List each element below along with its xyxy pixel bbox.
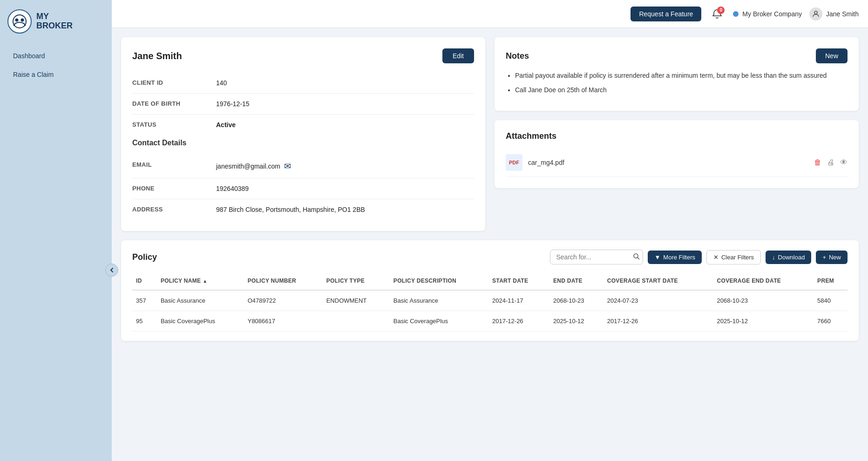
- table-row[interactable]: 357Basic AssuranceO4789722ENDOWMENTBasic…: [132, 290, 848, 311]
- th-policy-number: POLICY NUMBER: [244, 272, 323, 290]
- content-area: Jane Smith Edit CLIENT ID 140 DATE OF BI…: [112, 28, 868, 461]
- right-column: Notes New Partial payout available if po…: [495, 37, 859, 231]
- th-prem: PREM: [814, 272, 848, 290]
- table-cell-coverage_start_date: 2017-12-26: [604, 311, 713, 332]
- attachment-delete-button[interactable]: 🗑: [814, 158, 821, 167]
- download-icon: ↓: [772, 254, 775, 261]
- new-policy-button[interactable]: + New: [816, 251, 848, 264]
- info-row-dob: DATE OF BIRTH 1976-12-15: [132, 94, 474, 115]
- svg-point-2: [21, 19, 24, 22]
- note-item: Partial payout available if policy is su…: [515, 71, 848, 81]
- request-feature-button[interactable]: Request a Feature: [631, 7, 701, 21]
- email-value: janesmith@gmail.com ✉: [216, 161, 474, 171]
- top-section: Jane Smith Edit CLIENT ID 140 DATE OF BI…: [121, 37, 859, 231]
- more-filters-label: More Filters: [663, 254, 695, 261]
- policy-table-body: 357Basic AssuranceO4789722ENDOWMENTBasic…: [132, 290, 848, 332]
- clear-filters-label: Clear Filters: [721, 254, 754, 261]
- sidebar-collapse-button[interactable]: [105, 264, 118, 277]
- pdf-icon: PDF: [506, 154, 522, 171]
- notes-title: Notes: [506, 51, 529, 61]
- th-policy-description: POLICY DESCRIPTION: [390, 272, 488, 290]
- company-name: My Broker Company: [742, 10, 802, 18]
- info-row-client-id: CLIENT ID 140: [132, 73, 474, 94]
- info-row-phone: PHONE 192640389: [132, 178, 474, 199]
- th-coverage-start-date: COVERAGE START DATE: [604, 272, 713, 290]
- table-cell-policy_name: Basic CoveragePlus: [157, 311, 244, 332]
- table-cell-id: 95: [132, 311, 157, 332]
- th-start-date: START DATE: [488, 272, 549, 290]
- email-icon: ✉: [284, 161, 291, 171]
- th-policy-name[interactable]: POLICY NAME ▲: [157, 272, 244, 290]
- phone-value: 192640389: [216, 185, 474, 192]
- table-row[interactable]: 95Basic CoveragePlusY8086617Basic Covera…: [132, 311, 848, 332]
- table-cell-prem: 7660: [814, 311, 848, 332]
- table-cell-coverage_start_date: 2024-07-23: [604, 290, 713, 311]
- email-label: EMAIL: [132, 161, 216, 168]
- download-label: Download: [778, 254, 805, 261]
- table-cell-policy_number: O4789722: [244, 290, 323, 311]
- logo-text: MYBROKER: [36, 12, 73, 31]
- contact-section-title: Contact Details: [132, 139, 474, 147]
- notes-header: Notes New: [506, 48, 848, 63]
- attachment-print-button[interactable]: 🖨: [827, 158, 834, 167]
- client-header: Jane Smith Edit: [132, 48, 474, 63]
- search-button[interactable]: [633, 253, 640, 262]
- company-info: My Broker Company: [733, 10, 802, 18]
- address-value: 987 Birch Close, Portsmouth, Hampshire, …: [216, 206, 474, 213]
- sort-icon: ▲: [203, 278, 207, 284]
- user-name: Jane Smith: [826, 10, 859, 18]
- table-cell-policy_name: Basic Assurance: [157, 290, 244, 311]
- sidebar-item-raise-claim[interactable]: Raise a Claim: [6, 66, 106, 83]
- table-cell-policy_description: Basic CoveragePlus: [390, 311, 488, 332]
- clear-filters-button[interactable]: ✕ Clear Filters: [706, 250, 761, 264]
- phone-label: PHONE: [132, 185, 216, 192]
- company-dot-icon: [733, 11, 739, 17]
- table-cell-policy_type: ENDOWMENT: [323, 290, 390, 311]
- table-cell-coverage_end_date: 2068-10-23: [713, 290, 814, 311]
- th-policy-type: POLICY TYPE: [323, 272, 390, 290]
- info-row-email: EMAIL janesmith@gmail.com ✉: [132, 155, 474, 178]
- attachments-title: Attachments: [506, 131, 848, 141]
- info-row-status: STATUS Active: [132, 115, 474, 135]
- download-button[interactable]: ↓ Download: [766, 251, 811, 264]
- add-icon: +: [822, 254, 826, 261]
- status-value: Active: [216, 121, 474, 129]
- more-filters-button[interactable]: ▼ More Filters: [648, 251, 702, 264]
- notes-card: Notes New Partial payout available if po…: [495, 37, 859, 111]
- notification-button[interactable]: 0: [709, 6, 726, 22]
- client-id-value: 140: [216, 79, 474, 87]
- edit-button[interactable]: Edit: [442, 48, 474, 63]
- clear-icon: ✕: [713, 254, 719, 261]
- table-cell-end_date: 2025-10-12: [549, 311, 604, 332]
- table-cell-policy_description: Basic Assurance: [390, 290, 488, 311]
- sidebar-item-dashboard[interactable]: Dashboard: [6, 47, 106, 64]
- policy-header: Policy ▼: [132, 250, 848, 264]
- attachment-view-button[interactable]: 👁: [840, 158, 848, 167]
- policy-section: Policy ▼: [121, 240, 859, 341]
- policy-table: ID POLICY NAME ▲ POLICY NUMBER POLICY TY…: [132, 272, 848, 332]
- user-info: Jane Smith: [809, 7, 859, 20]
- topbar: Request a Feature 0 My Broker Company: [112, 0, 868, 28]
- attachment-actions: 🗑 🖨 👁: [814, 158, 848, 167]
- notes-list: Partial payout available if policy is su…: [506, 71, 848, 95]
- note-item: Call Jane Doe on 25th of March: [515, 85, 848, 95]
- svg-point-1: [15, 19, 19, 22]
- client-info-table: CLIENT ID 140 DATE OF BIRTH 1976-12-15 S…: [132, 73, 474, 135]
- client-name: Jane Smith: [132, 51, 182, 61]
- contact-info-table: EMAIL janesmith@gmail.com ✉ PHONE 192640…: [132, 155, 474, 220]
- new-policy-label: New: [829, 254, 841, 261]
- th-coverage-end-date: COVERAGE END DATE: [713, 272, 814, 290]
- th-policy-name-label: POLICY NAME: [161, 278, 201, 284]
- attachment-item: PDF car_mg4.pdf 🗑 🖨 👁: [506, 149, 848, 177]
- new-note-button[interactable]: New: [816, 48, 848, 63]
- status-label: STATUS: [132, 121, 216, 128]
- table-cell-policy_number: Y8086617: [244, 311, 323, 332]
- table-cell-coverage_end_date: 2025-10-12: [713, 311, 814, 332]
- logo-icon: [7, 9, 32, 34]
- sidebar-logo: MYBROKER: [0, 0, 112, 43]
- main-area: Request a Feature 0 My Broker Company: [112, 0, 868, 461]
- notification-badge: 0: [717, 7, 725, 14]
- user-avatar-icon: [809, 7, 822, 20]
- filter-icon: ▼: [654, 254, 660, 261]
- search-input[interactable]: [550, 250, 643, 264]
